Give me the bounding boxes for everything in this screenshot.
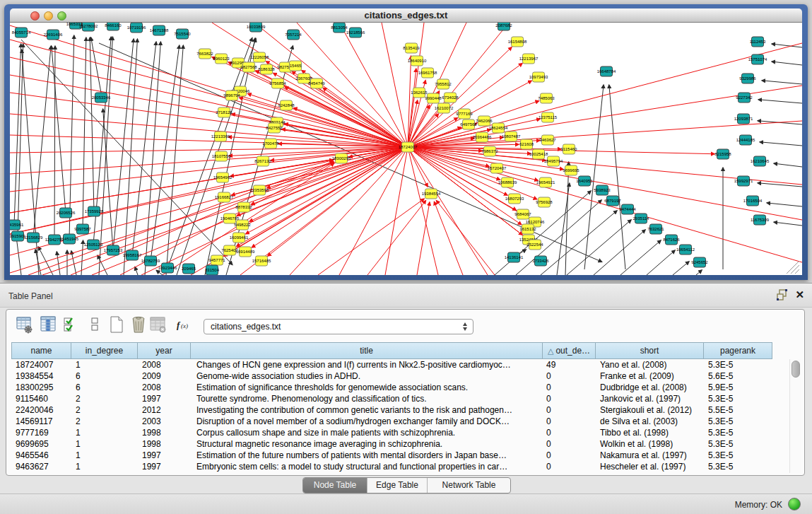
graph-node[interactable]: 10688639 xyxy=(498,177,517,187)
graph-node[interactable]: 7986372 xyxy=(481,146,498,156)
graph-node[interactable]: 14136141 xyxy=(505,252,524,262)
graph-node[interactable]: 2935114 xyxy=(633,214,650,223)
graph-node[interactable]: 6879197 xyxy=(604,196,621,206)
graph-node[interactable]: 9115460 xyxy=(561,144,578,154)
graph-node[interactable]: 12213369 xyxy=(211,132,230,141)
graph-node[interactable]: 8960123 xyxy=(213,54,230,64)
graph-node[interactable]: 8215958 xyxy=(714,149,731,159)
graph-node[interactable]: 15716485 xyxy=(252,256,271,266)
vertical-scrollbar[interactable] xyxy=(789,359,801,473)
graph-node[interactable]: 10025418 xyxy=(529,149,548,159)
graph-node[interactable]: 7515540 xyxy=(174,29,191,39)
graph-node[interactable]: 15751074 xyxy=(748,54,767,64)
graph-node[interactable]: 20206526 xyxy=(57,208,76,218)
graph-node[interactable]: 5498222 xyxy=(234,220,251,230)
table-row[interactable]: 2242004622012Investigating the contribut… xyxy=(11,404,772,416)
table-selector-combobox[interactable]: citations_edges.txt xyxy=(204,319,473,334)
graph-node[interactable]: 16210072 xyxy=(435,103,454,113)
graph-node[interactable]: 19166827 xyxy=(215,192,234,202)
graph-node[interactable]: 9397587 xyxy=(74,224,91,234)
graph-node[interactable]: 9329986 xyxy=(739,74,756,83)
table-row[interactable]: 946362711997Embryonic stem cells: a mode… xyxy=(11,461,772,472)
column-header-title[interactable]: title xyxy=(191,342,543,359)
column-header-year[interactable]: year xyxy=(138,342,191,359)
graph-node[interactable]: 2522544 xyxy=(526,240,543,250)
float-window-icon[interactable] xyxy=(777,289,788,300)
graph-node[interactable]: 15465 xyxy=(290,61,302,71)
graph-node[interactable]: 9474444 xyxy=(619,204,636,214)
network-view-canvas[interactable]: 7663822896012389129541222605898275688186… xyxy=(10,23,802,275)
graph-node[interactable]: 9756854 xyxy=(269,78,286,88)
graph-node[interactable]: 16914489 xyxy=(236,247,255,257)
table-row[interactable]: 946554611997Estimation of the future num… xyxy=(11,450,772,461)
graph-node[interactable]: 16154808 xyxy=(508,37,527,47)
table-row[interactable]: 911546021997Tourette syndrome. Phenomeno… xyxy=(11,393,772,404)
graph-node[interactable]: 84055714 xyxy=(12,28,31,37)
graph-node[interactable]: 1700478 xyxy=(262,139,279,148)
graph-node[interactable]: 11675309 xyxy=(751,215,770,225)
graph-node[interactable]: 14435961 xyxy=(10,220,24,230)
column-header-in_degree[interactable]: in_degree xyxy=(71,342,138,359)
graph-node[interactable]: 8878332 xyxy=(235,202,252,212)
graph-node[interactable]: 1640951 xyxy=(576,176,593,186)
column-header-name[interactable]: name xyxy=(11,342,71,359)
new-table-icon[interactable] xyxy=(108,315,125,334)
graph-node[interactable]: 8267130 xyxy=(254,156,271,166)
graph-node[interactable]: 20053346 xyxy=(92,93,111,103)
graph-node[interactable]: 10923446 xyxy=(158,263,177,273)
graph-node[interactable]: 12156829 xyxy=(24,233,43,243)
graph-node[interactable]: 9699695 xyxy=(563,165,579,175)
graph-node[interactable]: 10654112 xyxy=(676,245,695,255)
scrollbar-thumb[interactable] xyxy=(792,361,800,378)
graph-node[interactable]: 15992971 xyxy=(734,176,753,186)
graph-node[interactable]: 17359928 xyxy=(85,206,104,216)
table-row[interactable]: 1938455462009Genome-wide association stu… xyxy=(11,370,772,382)
graph-node[interactable]: 14671388 xyxy=(150,25,169,35)
graph-node[interactable]: 6497568 xyxy=(460,119,477,129)
graph-node[interactable]: 19654921 xyxy=(536,177,555,187)
window-titlebar[interactable]: citations_edges.txt xyxy=(10,8,802,23)
graph-node[interactable]: 20364486 xyxy=(473,132,492,142)
table-row[interactable]: 1456911722003Disruption of a novel membe… xyxy=(11,416,772,427)
graph-node[interactable]: 12353595 xyxy=(250,185,269,195)
graph-node[interactable]: 1615132 xyxy=(519,224,536,234)
graph-node[interactable]: 209465 xyxy=(182,264,196,274)
table-row[interactable]: 1872400712008Changes of HCN gene express… xyxy=(11,359,772,370)
graph-node[interactable]: 6734028 xyxy=(442,93,459,103)
graph-node[interactable]: 8186328 xyxy=(258,64,275,74)
graph-node[interactable]: 621608 xyxy=(519,139,534,149)
graph-node[interactable]: 1112453 xyxy=(750,37,766,47)
graph-node[interactable]: 18107556 xyxy=(212,151,231,161)
graph-node[interactable]: 10033809 xyxy=(247,23,266,32)
table-row[interactable]: 1830029562008Estimation of significance … xyxy=(11,382,772,393)
graph-node[interactable]: 16961758 xyxy=(418,68,437,78)
graph-node[interactable]: 18624554 xyxy=(489,123,508,133)
graph-node[interactable]: 19958167 xyxy=(123,250,142,260)
graph-node[interactable]: 8466160 xyxy=(105,23,122,30)
graph-node[interactable]: 7357214 xyxy=(285,30,302,40)
graph-node[interactable]: 11451945 xyxy=(60,234,79,244)
graph-node[interactable]: 9463627 xyxy=(539,135,556,145)
graph-node[interactable]: 12226058 xyxy=(250,52,269,62)
graph-node[interactable]: 7485063 xyxy=(538,93,555,103)
column-header-out_de[interactable]: △ out_de… xyxy=(543,342,596,359)
graph-node[interactable]: 10719196 xyxy=(127,23,146,33)
tab-network-table[interactable]: Network Table xyxy=(427,478,510,493)
graph-node[interactable]: 1733426 xyxy=(532,256,549,266)
graph-node[interactable]: 17016504 xyxy=(743,196,763,206)
graph-node[interactable]: 16782759 xyxy=(141,256,160,266)
graph-node[interactable]: 16648784 xyxy=(597,66,616,76)
table-settings-icon[interactable] xyxy=(16,315,33,334)
column-header-pagerank[interactable]: pagerank xyxy=(704,342,772,359)
graph-node[interactable]: 18495794 xyxy=(544,156,563,166)
row-options-icon[interactable] xyxy=(87,315,104,334)
graph-node[interactable]: 5938923 xyxy=(594,185,611,195)
close-panel-icon[interactable]: ✕ xyxy=(795,288,804,301)
tab-edge-table[interactable]: Edge Table xyxy=(367,478,427,493)
graph-node[interactable]: 7663822 xyxy=(196,49,213,59)
graph-node[interactable]: 7955812 xyxy=(435,79,452,89)
graph-node[interactable]: 19218566 xyxy=(346,28,365,37)
graph-node[interactable]: 12375115 xyxy=(539,112,558,122)
graph-node[interactable]: 2087682 xyxy=(495,23,512,30)
graph-node[interactable]: 9990448 xyxy=(425,93,442,103)
